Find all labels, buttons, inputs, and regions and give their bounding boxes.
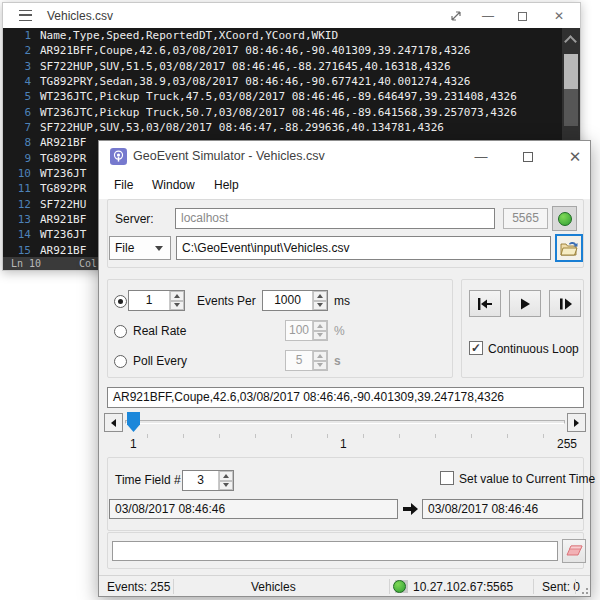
set-current-time-checkbox[interactable] [440, 471, 454, 485]
line-number: 4 [3, 74, 31, 89]
line-number: 5 [3, 89, 31, 104]
real-rate-value: 100 [286, 321, 312, 340]
spinner-buttons [169, 291, 184, 310]
slider-right-button[interactable] [567, 413, 586, 432]
menu-file[interactable]: File [114, 178, 133, 192]
simulator-maximize-button[interactable] [512, 145, 544, 168]
open-folder-icon [560, 241, 578, 256]
editor-close-button[interactable]: ✕ [546, 6, 572, 26]
editor-minimize-button[interactable]: — [475, 6, 501, 26]
menu-help[interactable]: Help [214, 178, 239, 192]
editor-line: 5WT236JTC,Pickup Truck,47.5,03/08/2017 0… [3, 89, 564, 104]
spin-down-button[interactable] [313, 301, 327, 311]
diagonal-arrows-icon [450, 10, 462, 22]
server-port-input[interactable]: 5565 [503, 208, 548, 229]
poll-unit-label: s [334, 354, 341, 368]
interval-spinner[interactable]: 1000 [262, 290, 328, 311]
poll-every-label: Poll Every [133, 354, 187, 368]
continuous-loop-checkbox[interactable]: ✓ [469, 341, 483, 355]
server-label: Server: [115, 212, 154, 226]
spin-up-button[interactable] [219, 471, 233, 481]
step-button[interactable] [549, 290, 581, 317]
editor-titlebar[interactable]: Vehicles.csv — ✕ [3, 3, 580, 28]
desktop: Vehicles.csv — ✕ 1Name,Type,Speed,Report… [0, 0, 600, 600]
skip-to-start-button[interactable] [469, 290, 501, 317]
time-field-spinner[interactable]: 3 [182, 470, 234, 491]
interval-value: 1000 [263, 291, 312, 310]
time-to-field[interactable]: 03/08/2017 08:46:46 [422, 499, 583, 519]
real-rate-label: Real Rate [133, 324, 186, 338]
spin-up-button [313, 321, 327, 331]
separator [389, 579, 390, 594]
slider-track[interactable] [125, 420, 565, 424]
line-number: 10 [3, 166, 31, 181]
line-text: TG892PR [40, 151, 86, 166]
resize-grip[interactable] [578, 584, 588, 594]
line-number: 12 [3, 197, 31, 212]
spinner-buttons [312, 351, 327, 370]
spin-up-button [313, 351, 327, 361]
playback-group: ✓ Continuous Loop [461, 279, 584, 378]
poll-every-radio[interactable] [114, 355, 127, 368]
line-number: 8 [3, 135, 31, 150]
eraser-icon [566, 545, 583, 557]
connected-status-icon [558, 212, 572, 226]
real-rate-unit-label: % [334, 324, 345, 338]
events-count-spinner[interactable]: 1 [128, 290, 185, 311]
simulator-window: GeoEvent Simulator - Vehicles.csv — ✕ Fi… [98, 140, 591, 597]
connect-button[interactable] [552, 206, 577, 231]
spin-up-button[interactable] [313, 291, 327, 301]
separator [173, 579, 174, 594]
events-count-status: Events: 255 [107, 580, 170, 594]
source-type-dropdown[interactable]: File [109, 236, 171, 260]
scroll-up-icon[interactable] [566, 34, 575, 43]
spin-up-button[interactable] [170, 291, 184, 301]
events-per-label: Events Per [197, 294, 256, 308]
arrow-right-icon [574, 419, 579, 427]
hamburger-menu-icon[interactable] [19, 10, 32, 21]
spin-down-button[interactable] [170, 301, 184, 311]
line-number: 3 [3, 59, 31, 74]
scrollbar-thumb[interactable] [564, 54, 578, 89]
server-address-status: 10.27.102.67:5565 [413, 580, 513, 594]
expand-icon[interactable] [443, 6, 469, 26]
rate-group: 1 Events Per 1000 ms Real Rate 100 [107, 279, 453, 378]
line-number: 1 [3, 28, 31, 43]
time-from-field[interactable]: 03/08/2017 08:46:46 [109, 499, 398, 519]
line-number: 2 [3, 43, 31, 58]
source-type-value: File [115, 241, 134, 255]
real-rate-radio[interactable] [114, 325, 127, 338]
line-number: 15 [3, 243, 31, 258]
editor-line: 1Name,Type,Speed,ReportedDT,XCoord,YCoor… [3, 28, 564, 43]
simulator-titlebar[interactable]: GeoEvent Simulator - Vehicles.csv — ✕ [99, 141, 590, 172]
spin-down-button[interactable] [219, 481, 233, 491]
current-event-field[interactable]: AR921BFF,Coupe,42.6,03/08/2017 08:46:46,… [107, 387, 584, 408]
server-host-input[interactable]: localhost [175, 208, 495, 229]
slider-thumb[interactable] [127, 412, 140, 432]
spinner-buttons [312, 291, 327, 310]
play-icon [518, 297, 532, 311]
editor-line: 3SF722HUP,SUV,51.5,03/08/2017 08:46:46,-… [3, 59, 564, 74]
scrollbar-track[interactable] [564, 89, 578, 126]
events-per-radio[interactable] [114, 295, 127, 308]
line-text: AR921BFF,Coupe,42.6,03/08/2017 08:46:46,… [40, 43, 470, 58]
layer-name-status: Vehicles [251, 580, 296, 594]
menu-window[interactable]: Window [152, 178, 195, 192]
editor-window-title: Vehicles.csv [47, 9, 113, 23]
spin-down-button [313, 361, 327, 371]
connection-status-icon [393, 580, 406, 593]
simulator-close-button[interactable]: ✕ [559, 145, 591, 168]
geoevent-app-icon [110, 148, 127, 165]
slider-current-label: 1 [340, 437, 347, 451]
browse-file-button[interactable] [555, 234, 583, 262]
editor-line: 4TG892PRY,Sedan,38.9,03/08/2017 08:46:46… [3, 74, 564, 89]
simulator-minimize-button[interactable]: — [465, 145, 497, 168]
line-text: WT236JT [40, 166, 86, 181]
maximize-icon [523, 152, 533, 162]
line-text: TG892PRY,Sedan,38.9,03/08/2017 08:46:46,… [40, 74, 470, 89]
editor-maximize-button[interactable] [509, 6, 535, 26]
slider-left-button[interactable] [104, 413, 123, 432]
clear-button[interactable] [562, 539, 586, 563]
play-button[interactable] [509, 290, 541, 317]
file-path-input[interactable]: C:\GeoEvent\input\Vehicles.csv [176, 236, 551, 260]
